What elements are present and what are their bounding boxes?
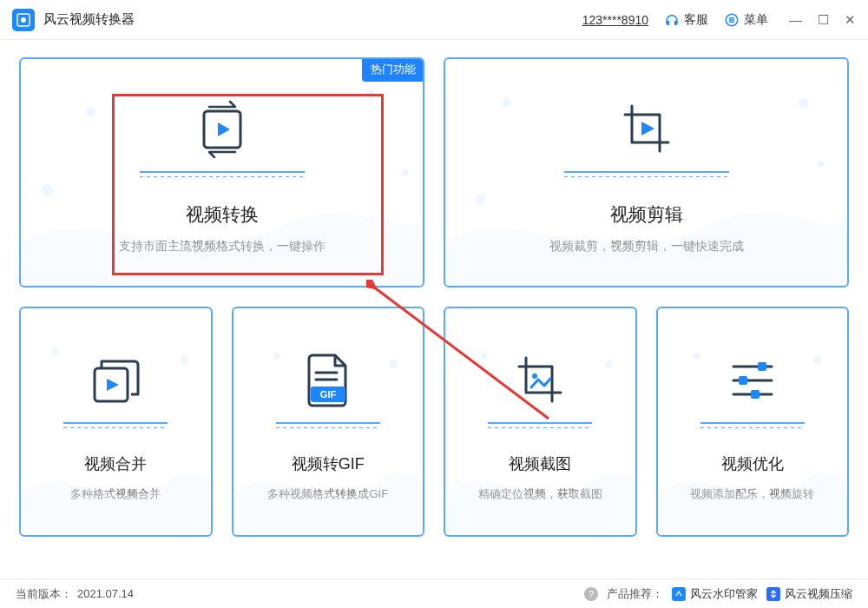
menu-icon xyxy=(724,12,740,28)
help-icon[interactable]: ? xyxy=(584,587,598,601)
recommend-label-1: 风云水印管家 xyxy=(690,586,758,602)
card-video-optimize[interactable]: 视频优化 视频添加配乐，视频旋转 xyxy=(656,307,850,537)
gif-file-icon: GIF xyxy=(302,347,354,413)
app-logo-icon xyxy=(12,9,35,31)
menu-button[interactable]: 菜单 xyxy=(724,12,768,28)
svg-point-15 xyxy=(818,161,825,168)
version-value: 2021.07.14 xyxy=(77,587,134,600)
menu-label: 菜单 xyxy=(744,12,768,28)
card-title: 视频截图 xyxy=(509,453,571,474)
crop-image-icon xyxy=(512,347,568,413)
svg-point-21 xyxy=(273,353,279,360)
product-icon xyxy=(766,587,780,601)
svg-point-9 xyxy=(402,169,409,176)
svg-rect-34 xyxy=(739,376,747,385)
svg-point-26 xyxy=(481,353,488,360)
svg-point-14 xyxy=(475,194,485,204)
svg-marker-20 xyxy=(107,379,119,391)
card-desc: 视频添加配乐，视频旋转 xyxy=(690,486,814,502)
svg-point-22 xyxy=(388,360,397,369)
card-video-merge[interactable]: 视频合并 多种格式视频合并 xyxy=(19,307,213,537)
card-video-screenshot[interactable]: 视频截图 精确定位视频，获取截图 xyxy=(444,307,637,537)
svg-point-6 xyxy=(86,107,95,116)
product-icon xyxy=(672,587,686,601)
customer-service-label: 客服 xyxy=(684,12,708,28)
main-content: 热门功能 视频转换 支持市面主流视频格式转换，一键操作 xyxy=(0,40,868,537)
svg-rect-36 xyxy=(751,390,760,399)
recommend-link-compress[interactable]: 风云视频压缩 xyxy=(766,586,852,602)
card-video-convert[interactable]: 热门功能 视频转换 支持市面主流视频格式转换，一键操作 xyxy=(19,57,424,287)
convert-icon xyxy=(192,96,253,162)
card-title: 视频转换 xyxy=(186,202,259,227)
card-title: 视频转GIF xyxy=(292,453,365,474)
svg-point-12 xyxy=(502,98,510,107)
svg-point-8 xyxy=(41,184,53,196)
svg-point-13 xyxy=(799,97,809,108)
svg-rect-32 xyxy=(758,362,766,371)
card-desc: 多种格式视频合并 xyxy=(70,486,161,502)
merge-icon xyxy=(88,347,143,413)
gif-badge-text: GIF xyxy=(320,389,337,400)
card-video-edit[interactable]: 视频剪辑 视频裁剪，视频剪辑，一键快速完成 xyxy=(444,57,849,287)
card-desc: 精确定位视频，获取截图 xyxy=(478,486,602,502)
recommend-label: 产品推荐： xyxy=(607,586,663,602)
svg-point-30 xyxy=(812,356,821,365)
svg-point-27 xyxy=(605,360,614,369)
svg-point-18 xyxy=(181,356,189,365)
card-title: 视频合并 xyxy=(84,453,147,474)
recommend-label-2: 风云视频压缩 xyxy=(785,586,852,602)
card-desc: 多种视频格式转换成GIF xyxy=(267,486,388,502)
svg-point-17 xyxy=(52,348,59,355)
statusbar: 当前版本： 2021.07.14 ? 产品推荐： 风云水印管家 风云视频压缩 xyxy=(0,578,868,608)
svg-marker-16 xyxy=(641,122,654,135)
hot-badge: 热门功能 xyxy=(362,57,424,82)
card-title: 视频优化 xyxy=(721,453,784,474)
customer-service-button[interactable]: 客服 xyxy=(664,12,708,28)
svg-marker-11 xyxy=(218,122,230,136)
maximize-button[interactable]: ☐ xyxy=(818,13,829,26)
card-desc: 视频裁剪，视频剪辑，一键快速完成 xyxy=(549,239,744,254)
version-label: 当前版本： xyxy=(16,586,72,602)
card-title: 视频剪辑 xyxy=(610,202,683,227)
user-id-link[interactable]: 123****8910 xyxy=(582,13,648,27)
card-desc: 支持市面主流视频格式转换，一键操作 xyxy=(119,239,326,254)
app-title: 风云视频转换器 xyxy=(43,11,135,28)
svg-point-1 xyxy=(21,17,26,23)
crop-play-icon xyxy=(616,96,677,162)
titlebar: 风云视频转换器 123****8910 客服 菜单 ― ☐ ✕ xyxy=(0,0,868,40)
minimize-button[interactable]: ― xyxy=(789,13,802,26)
svg-point-7 xyxy=(365,89,376,99)
close-button[interactable]: ✕ xyxy=(845,13,856,26)
recommend-link-watermark[interactable]: 风云水印管家 xyxy=(672,586,758,602)
svg-point-29 xyxy=(693,353,700,360)
headset-icon xyxy=(664,12,680,28)
card-video-gif[interactable]: GIF 视频转GIF 多种视频格式转换成GIF xyxy=(232,307,425,537)
svg-point-28 xyxy=(532,373,537,379)
sliders-icon xyxy=(725,347,780,413)
